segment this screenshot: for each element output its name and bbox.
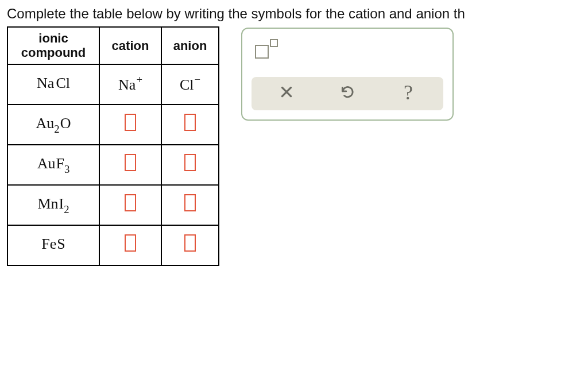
toolbox-action-bar: ?	[252, 77, 443, 110]
col-compound: ionic compound	[7, 27, 99, 64]
table-row: Au2O	[7, 105, 219, 145]
answer-slot[interactable]	[184, 114, 196, 131]
cation-cell[interactable]	[99, 145, 161, 185]
col-anion: anion	[161, 27, 219, 64]
compound-cell: FeS	[7, 225, 99, 265]
box-icon	[270, 39, 278, 47]
table-row: AuF3	[7, 145, 219, 185]
reset-button[interactable]	[331, 81, 363, 106]
col-cation: cation	[99, 27, 161, 64]
table-row: FeS	[7, 225, 219, 265]
answer-slot[interactable]	[125, 154, 136, 171]
box-icon	[255, 45, 269, 59]
ionic-table: ionic compound cation anion NaCl Na+	[7, 26, 219, 266]
compound-cell: NaCl	[7, 64, 99, 105]
clear-button[interactable]	[270, 81, 303, 106]
help-button[interactable]: ?	[392, 81, 424, 106]
undo-icon	[340, 84, 355, 103]
table-row: MnI2	[7, 185, 219, 225]
superscript-tool-button[interactable]	[252, 37, 283, 64]
answer-slot[interactable]	[184, 194, 196, 211]
cation-cell: Na+	[99, 64, 161, 105]
compound-cell: Au2O	[7, 105, 99, 145]
question-prompt: Complete the table below by writing the …	[7, 6, 581, 22]
answer-slot[interactable]	[125, 234, 136, 252]
cation-cell[interactable]	[99, 225, 161, 265]
answer-slot[interactable]	[184, 234, 196, 252]
cation-cell[interactable]	[99, 185, 161, 225]
table-row: NaCl Na+ Cl−	[7, 64, 219, 105]
answer-slot[interactable]	[125, 194, 136, 211]
answer-slot[interactable]	[184, 154, 196, 171]
anion-cell[interactable]	[161, 185, 219, 225]
anion-cell[interactable]	[161, 145, 219, 185]
question-icon: ?	[404, 82, 413, 103]
compound-cell: AuF3	[7, 145, 99, 185]
answer-slot[interactable]	[125, 114, 136, 131]
x-icon	[279, 84, 294, 103]
compound-cell: MnI2	[7, 185, 99, 225]
answer-toolbox: ?	[241, 28, 454, 121]
cation-cell[interactable]	[99, 105, 161, 145]
anion-cell[interactable]	[161, 105, 219, 145]
anion-cell[interactable]	[161, 225, 219, 265]
anion-cell: Cl−	[161, 64, 219, 105]
